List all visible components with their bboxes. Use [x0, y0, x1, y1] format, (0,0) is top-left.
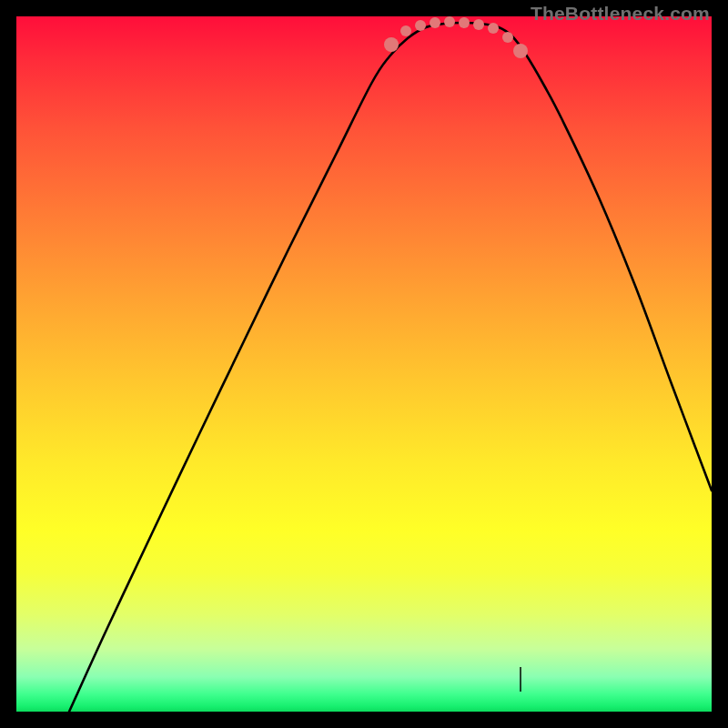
marker-dot [502, 32, 513, 43]
highlight-markers [384, 16, 528, 58]
marker-dot [415, 20, 426, 31]
plot-area [16, 16, 712, 712]
marker-dot [473, 19, 484, 30]
watermark-text: TheBottleneck.com [531, 3, 710, 25]
curve-path [69, 23, 712, 712]
marker-dot [459, 17, 470, 28]
bottleneck-curve [16, 16, 712, 712]
marker-dot [430, 17, 440, 28]
marker-dot [444, 16, 455, 27]
chart-frame: TheBottleneck.com [0, 0, 728, 728]
marker-dot [513, 44, 528, 58]
marker-dot [488, 23, 499, 34]
marker-dot [400, 25, 411, 36]
marker-dot [384, 37, 399, 52]
